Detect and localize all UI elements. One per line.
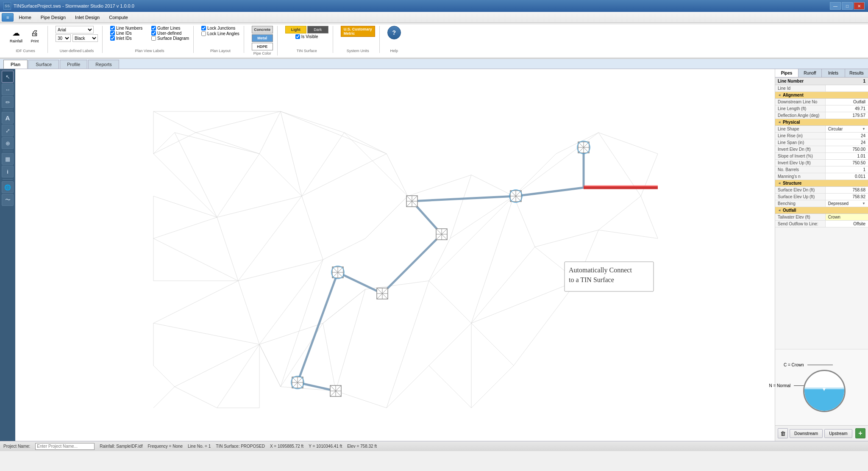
select-tool[interactable]: ↖: [2, 71, 14, 83]
invert-up-value[interactable]: 750.50: [825, 160, 868, 166]
draw-tool[interactable]: ✏: [2, 96, 14, 108]
line-numbers-check[interactable]: Line Numbers: [110, 26, 148, 30]
panel-tab-inlets[interactable]: Inlets: [822, 69, 845, 77]
pipe-color-group-label: Pipe Color: [253, 50, 271, 55]
send-outflow-value[interactable]: Offsite: [825, 221, 868, 227]
slope-value[interactable]: 1.01: [825, 153, 868, 159]
ribbon-group-pipe-color: Concrete Metal HDPE Pipe Color: [248, 26, 278, 55]
pan-tool[interactable]: ↔: [2, 83, 14, 95]
canvas-area[interactable]: Automatically Connect to a TIN Surface: [15, 69, 775, 441]
gutter-lines-check[interactable]: Gutter Lines: [151, 26, 189, 30]
font-size-select[interactable]: 30: [56, 34, 71, 42]
inlet-ids-check[interactable]: Inlet IDs: [110, 36, 148, 41]
line-rise-value[interactable]: 24: [825, 133, 868, 139]
surface-up-label: Surface Elev Up (ft): [775, 194, 825, 200]
tab-surface[interactable]: Surface: [28, 60, 59, 69]
benching-dropdown[interactable]: ▼: [862, 202, 865, 205]
main-layout: ↖ ↔ ✏ A ⤢ ⊕ ▦ i 🌐 〜: [0, 69, 868, 441]
help-button[interactable]: ?: [387, 26, 401, 39]
units-button[interactable]: U.S. CustomaryMetric: [341, 26, 375, 37]
window-controls: — □ ✕: [830, 2, 865, 10]
line-id-value[interactable]: [825, 85, 868, 91]
project-name-input[interactable]: [35, 443, 95, 450]
line-span-row: Line Span (in) 24: [775, 139, 868, 146]
user-defined-checkbox[interactable]: [151, 31, 156, 36]
line-length-value[interactable]: 49.71: [825, 105, 868, 112]
lock-junctions-checkbox[interactable]: [201, 26, 206, 30]
benching-value[interactable]: Depressed ▼: [825, 200, 868, 207]
user-defined-check[interactable]: User-defined: [151, 31, 189, 36]
upstream-button[interactable]: Upstream: [824, 429, 852, 438]
line-span-value[interactable]: 24: [825, 139, 868, 146]
downstream-line-value[interactable]: Outfall: [825, 99, 868, 105]
elev-status: Elev = 758.32 ft: [347, 444, 377, 449]
lock-line-angles-checkbox[interactable]: [201, 31, 206, 36]
panel-tab-runoff[interactable]: Runoff: [798, 69, 822, 77]
line-status: Line No. = 1: [188, 444, 211, 449]
maximize-button[interactable]: □: [842, 2, 853, 10]
alignment-section: Alignment: [775, 92, 868, 99]
surface-diagram-checkbox[interactable]: [151, 36, 156, 41]
deflection-value[interactable]: 179.57: [825, 112, 868, 119]
text-tool[interactable]: A: [2, 112, 14, 124]
line-numbers-checkbox[interactable]: [110, 26, 115, 30]
panel-tab-pipes[interactable]: Pipes: [775, 69, 798, 77]
idf-group-label: IDF Curves: [16, 48, 35, 53]
line-ids-checkbox[interactable]: [110, 31, 115, 36]
invert-dn-value[interactable]: 750.00: [825, 146, 868, 152]
lock-line-angles-check[interactable]: Lock Line Angles: [201, 31, 239, 36]
x-status: X = 1095885.72 ft: [270, 444, 303, 449]
downstream-button[interactable]: Downstream: [790, 429, 823, 438]
flow-diagram: C = Crown N = Normal ▼: [775, 349, 868, 425]
line-ids-check[interactable]: Line IDs: [110, 31, 148, 36]
rainfall-button[interactable]: ☁ Rainfall: [8, 26, 25, 44]
line-shape-value[interactable]: Circular ▼: [825, 126, 868, 132]
plan-labels-group-label: Plan View Labels: [135, 48, 164, 53]
surface-up-value[interactable]: 758.92: [825, 194, 868, 200]
barrels-value[interactable]: 1: [825, 166, 868, 173]
zoom-tool[interactable]: ⤢: [2, 125, 14, 136]
font-select[interactable]: Arial: [56, 26, 94, 33]
wave-tool[interactable]: 〜: [2, 194, 14, 206]
concrete-button[interactable]: Concrete: [252, 26, 273, 33]
lock-junctions-check[interactable]: Lock Junctions: [201, 26, 239, 30]
inlet-ids-checkbox[interactable]: [110, 36, 115, 41]
barrels-label: No. Barrels: [775, 166, 825, 173]
tab-profile[interactable]: Profile: [60, 60, 87, 69]
crosshair-tool[interactable]: ⊕: [2, 137, 14, 149]
color-select[interactable]: Black: [72, 34, 98, 42]
tab-reports[interactable]: Reports: [88, 60, 119, 69]
tool-sep-3: [3, 179, 13, 180]
rectangle-tool[interactable]: ▦: [2, 153, 14, 165]
gutter-lines-checkbox[interactable]: [151, 26, 156, 30]
menu-home[interactable]: Home: [14, 13, 35, 22]
surface-dn-value[interactable]: 758.68: [825, 187, 868, 193]
flow-arrow: ▼: [822, 386, 827, 392]
is-visible-check[interactable]: Is Visible: [295, 34, 318, 39]
info-tool[interactable]: i: [2, 166, 14, 177]
hdpe-button[interactable]: HDPE: [252, 43, 273, 50]
menu-inlet-design[interactable]: Inlet Design: [71, 13, 104, 22]
delete-button[interactable]: 🗑: [778, 428, 788, 438]
print-button[interactable]: 🖨 Print: [26, 26, 43, 44]
menu-pipe-design[interactable]: Pipe Design: [36, 13, 70, 22]
close-button[interactable]: ✕: [854, 2, 865, 10]
tailwater-value[interactable]: Crown: [825, 214, 868, 220]
panel-tab-results[interactable]: Results: [845, 69, 868, 77]
is-visible-checkbox[interactable]: [295, 34, 300, 39]
minimize-button[interactable]: —: [830, 2, 841, 10]
mannings-value[interactable]: 0.011: [825, 173, 868, 180]
invert-dn-row: Invert Elev Dn (ft) 750.00: [775, 146, 868, 153]
light-button[interactable]: Light: [285, 26, 306, 33]
globe-tool[interactable]: 🌐: [2, 181, 14, 193]
send-outflow-label: Send Outflow to Line:: [775, 221, 825, 227]
tab-plan[interactable]: Plan: [3, 60, 28, 69]
add-button[interactable]: +: [855, 428, 865, 438]
menu-compute[interactable]: Compute: [105, 13, 132, 22]
dark-button[interactable]: Dark: [307, 26, 328, 33]
line-shape-dropdown[interactable]: ▼: [862, 127, 865, 131]
metal-button[interactable]: Metal: [252, 34, 273, 42]
surface-diagram-check[interactable]: Surface Diagram: [151, 36, 189, 41]
app-menu-button[interactable]: ≡: [2, 13, 14, 22]
line-length-row: Line Length (ft) 49.71: [775, 105, 868, 112]
